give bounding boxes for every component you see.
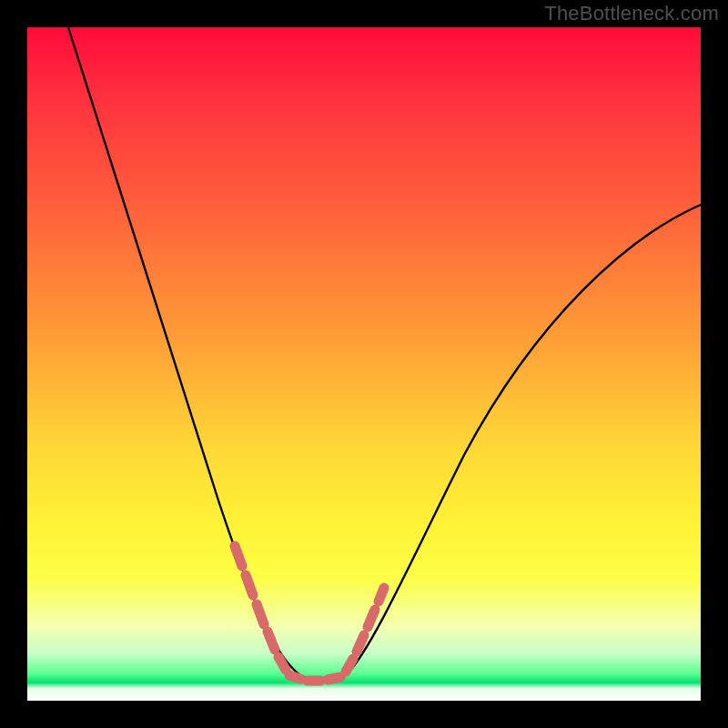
marker-bottom-dashes [289, 675, 340, 681]
bottleneck-curve [68, 27, 701, 681]
curve-layer [27, 27, 701, 701]
watermark-text: TheBottleneck.com [544, 2, 719, 25]
marker-left-dashes [235, 546, 286, 670]
marker-right-dashes [346, 588, 384, 672]
chart-frame: TheBottleneck.com [0, 0, 728, 728]
plot-area [27, 27, 701, 701]
